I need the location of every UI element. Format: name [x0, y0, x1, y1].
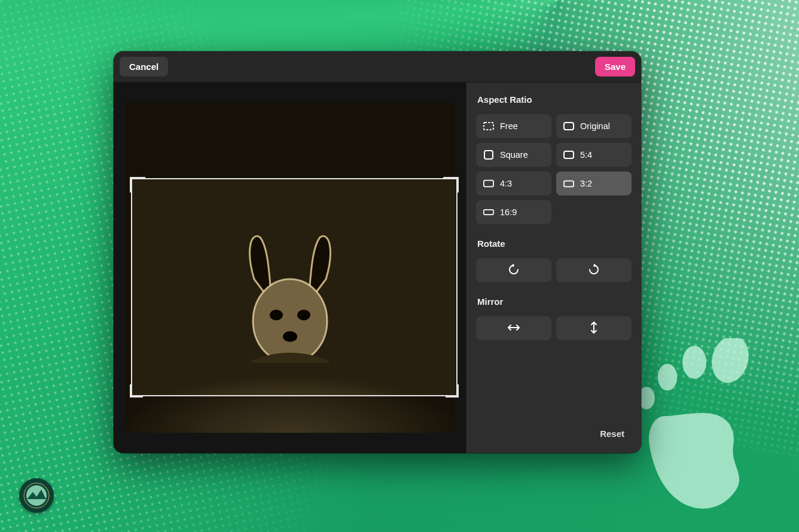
aspect-square-button[interactable]: Square [476, 143, 551, 167]
aspect-4-3-button[interactable]: 4:3 [476, 172, 551, 195]
svg-point-9 [270, 310, 283, 320]
svg-rect-17 [564, 181, 574, 186]
aspect-16-9-label: 16:9 [500, 207, 517, 217]
rotate-right-icon [588, 264, 600, 277]
aspect-3-2-button[interactable]: 3:2 [556, 172, 632, 195]
save-button[interactable]: Save [595, 57, 635, 77]
image-subject-icon [227, 225, 353, 363]
image-viewer[interactable] [114, 82, 466, 453]
mirror-title: Mirror [477, 296, 630, 307]
svg-rect-12 [484, 123, 493, 130]
free-crop-icon [483, 122, 494, 130]
aspect-square-label: Square [500, 150, 528, 160]
gnome-foot-icon [626, 338, 775, 520]
aspect-3-2-label: 3:2 [580, 179, 592, 188]
svg-rect-14 [484, 151, 493, 159]
svg-rect-15 [564, 151, 574, 158]
svg-point-1 [682, 346, 706, 379]
mirror-horizontal-button[interactable] [476, 316, 551, 340]
mirror-vertical-button[interactable] [556, 316, 632, 340]
rotate-left-icon [508, 264, 520, 277]
aspect-5-4-label: 5:4 [580, 150, 592, 160]
distro-badge-icon [19, 478, 54, 513]
rect-icon [483, 179, 494, 188]
aspect-free-label: Free [500, 121, 518, 131]
rotate-grid [476, 258, 632, 282]
aspect-4-3-label: 4:3 [500, 179, 512, 188]
reset-button[interactable]: Reset [593, 423, 632, 445]
aspect-original-label: Original [580, 121, 610, 131]
flip-horizontal-icon [507, 323, 520, 334]
rect-icon [563, 179, 574, 188]
rect-icon [563, 151, 574, 159]
aspect-5-4-button[interactable]: 5:4 [556, 143, 632, 167]
rotate-left-button[interactable] [476, 258, 551, 282]
svg-rect-18 [484, 210, 493, 215]
svg-rect-16 [484, 181, 493, 187]
editor-content: Aspect Ratio Free Original [114, 82, 641, 453]
desktop-background: Cancel Save [0, 0, 799, 532]
aspect-ratio-grid: Free Original Square [476, 114, 632, 224]
rotate-right-button[interactable] [556, 258, 632, 282]
cancel-button[interactable]: Cancel [120, 57, 168, 77]
image-canvas [125, 103, 455, 433]
flip-vertical-icon [590, 321, 598, 336]
rect-icon [563, 122, 574, 130]
aspect-original-button[interactable]: Original [556, 114, 632, 138]
mirror-grid [476, 316, 632, 340]
svg-rect-13 [564, 123, 574, 130]
aspect-ratio-title: Aspect Ratio [477, 94, 630, 105]
aspect-free-button[interactable]: Free [476, 114, 551, 138]
image-editor-window: Cancel Save [114, 51, 641, 453]
rotate-title: Rotate [477, 239, 630, 249]
rect-wide-icon [483, 208, 494, 216]
edit-sidebar: Aspect Ratio Free Original [466, 82, 641, 453]
svg-point-2 [658, 364, 678, 391]
headerbar: Cancel Save [114, 51, 641, 82]
square-icon [483, 151, 494, 159]
svg-point-0 [707, 338, 754, 387]
svg-point-11 [283, 331, 297, 342]
svg-point-10 [297, 310, 310, 320]
aspect-16-9-button[interactable]: 16:9 [476, 200, 551, 224]
